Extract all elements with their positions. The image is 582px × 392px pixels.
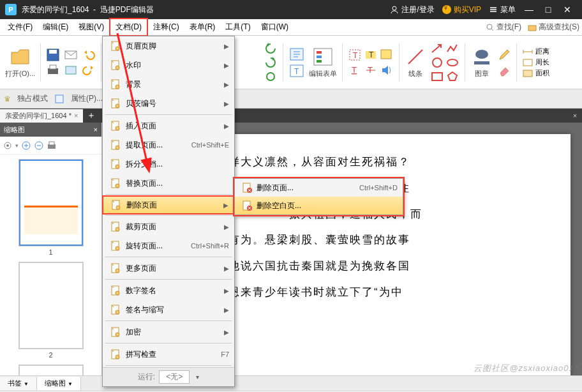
titlebar-doc-title: 亲爱的同学们_1604 - 迅捷PDF编辑器	[22, 4, 154, 15]
ellipse-icon[interactable]	[445, 56, 459, 69]
menu-item[interactable]: 替换页面...	[103, 174, 234, 193]
bookmark-tab[interactable]: 书签 ▼	[0, 377, 37, 390]
polygon-icon[interactable]	[445, 70, 459, 83]
tabbar-close[interactable]: ×	[568, 112, 582, 119]
rect-icon[interactable]	[430, 70, 444, 83]
exclusive-mode[interactable]: 独占模式	[17, 93, 48, 104]
area-tool[interactable]: 面积	[522, 68, 549, 78]
properties-link[interactable]: 属性(P)...	[71, 93, 103, 104]
thumb-page-1[interactable]	[19, 160, 83, 246]
menu-comment[interactable]: 注释(C)	[148, 19, 184, 35]
circle-icon[interactable]	[430, 56, 444, 69]
rotate-cw-icon[interactable]	[264, 56, 278, 69]
main-menu-link[interactable]: 菜单	[489, 4, 516, 15]
menu-document[interactable]: 文档(D)	[109, 18, 148, 36]
menu-item[interactable]: 签名与缩写▶	[103, 300, 234, 319]
menu-item[interactable]: 插入页面▶	[103, 116, 234, 135]
menu-item[interactable]: 数字签名▶	[103, 281, 234, 300]
save-icon[interactable]	[46, 48, 60, 62]
menu-tools[interactable]: 工具(T)	[220, 19, 255, 35]
scan-icon[interactable]	[64, 63, 78, 77]
minimize-button[interactable]: —	[519, 4, 539, 15]
menu-item[interactable]: 裁剪页面▶	[103, 217, 234, 236]
menu-item[interactable]: 拼写检查F7	[103, 345, 234, 364]
highlight-icon[interactable]: T	[348, 48, 362, 62]
menu-item-label: 数字签名	[123, 285, 221, 296]
thumbnail-tab[interactable]: 缩略图 ▼	[37, 377, 81, 390]
svg-rect-23	[381, 50, 391, 59]
buy-vip-link[interactable]: 购买VIP	[442, 4, 481, 15]
refresh-icon[interactable]	[264, 70, 278, 83]
select-text-icon[interactable]	[288, 47, 305, 62]
submenu-item[interactable]: 删除空白页...	[235, 197, 403, 215]
text-box-icon[interactable]: T	[288, 63, 305, 79]
perimeter-tool[interactable]: 周长	[522, 57, 549, 67]
menu-item[interactable]: 删除页面▶	[102, 195, 235, 215]
mail-icon[interactable]	[64, 48, 78, 62]
menu-item[interactable]: 页眉页脚▶	[103, 36, 234, 56]
underline-icon[interactable]: T	[348, 63, 362, 77]
submenu-item[interactable]: 删除页面...Ctrl+Shift+D	[235, 179, 403, 197]
print-icon[interactable]	[46, 63, 60, 77]
menu-item[interactable]: 更多页面▶	[103, 259, 234, 278]
lines-button[interactable]: 线条	[405, 46, 426, 79]
watermark: 云图社区@zsxiaoxiao010	[474, 363, 579, 374]
zoom-out-icon[interactable]	[34, 140, 44, 151]
eraser-icon[interactable]	[497, 63, 511, 77]
edit-form-button[interactable]: 编辑表单	[309, 46, 337, 79]
workspace: 缩略图× ▾ 1 2 他们为什么能够这样大义凛然，从容面对生死祸福？ 他们的心中…	[0, 123, 582, 375]
thumbnail-close[interactable]: ×	[94, 126, 98, 133]
svg-point-56	[116, 126, 119, 130]
close-button[interactable]: ✕	[558, 4, 577, 15]
text-highlight-icon[interactable]: T	[364, 48, 378, 62]
thumb-label-1: 1	[8, 248, 94, 256]
menu-item[interactable]: 拆分文档...	[103, 155, 234, 174]
stamp-button[interactable]: 图章	[470, 46, 493, 79]
undo-icon[interactable]	[82, 48, 96, 62]
tab-close-icon[interactable]: ×	[74, 112, 78, 119]
menu-item[interactable]: 贝茨编号▶	[103, 94, 234, 113]
document-tab[interactable]: 亲爱的同学们_1604 *×	[0, 109, 83, 123]
menu-view[interactable]: 视图(V)	[73, 19, 109, 35]
distance-tool[interactable]: 距离	[522, 47, 549, 56]
find-link[interactable]: 查找(F)	[486, 22, 521, 33]
rotate-group	[264, 42, 278, 83]
ribbon: 打开(O)... T 编辑表单 T T T T	[0, 36, 582, 89]
text-tools: T	[288, 47, 305, 79]
arrow-icon[interactable]	[430, 42, 444, 55]
menu-footer[interactable]: 运行:<无>▾	[103, 367, 234, 386]
thumbnail-list[interactable]: 1 2	[0, 155, 101, 375]
menu-edit[interactable]: 编辑(E)	[38, 19, 73, 35]
sound-icon[interactable]	[380, 63, 394, 77]
menu-window[interactable]: 窗口(W)	[256, 19, 294, 35]
strikethrough-icon[interactable]: T	[364, 63, 378, 77]
menu-item[interactable]: 旋转页面...Ctrl+Shift+R	[103, 236, 234, 255]
tab-add-button[interactable]: ＋	[83, 110, 100, 121]
svg-text:T: T	[353, 51, 358, 60]
thumb-page-3[interactable]	[19, 365, 83, 375]
register-login-link[interactable]: 注册/登录	[390, 4, 434, 15]
menu-item-icon	[108, 98, 123, 109]
gear-icon[interactable]	[3, 140, 13, 151]
gear-chevron-icon[interactable]: ▾	[15, 142, 19, 149]
delete-page-icon	[240, 200, 254, 211]
menu-item[interactable]: 提取页面...Ctrl+Shift+E	[103, 135, 234, 155]
zoom-in-icon[interactable]	[21, 140, 31, 151]
menu-item-icon	[108, 120, 123, 132]
note-icon[interactable]	[380, 48, 394, 62]
open-button[interactable]: 打开(O)...	[5, 46, 35, 79]
pencil-icon[interactable]	[497, 48, 511, 62]
menu-item[interactable]: 水印▶	[103, 56, 234, 75]
advanced-find-link[interactable]: 高级查找(S)	[528, 22, 579, 33]
menu-item[interactable]: 背景▶	[103, 75, 234, 94]
menu-form[interactable]: 表单(R)	[184, 19, 221, 35]
menu-file[interactable]: 文件(F)	[3, 19, 38, 35]
polyline-icon[interactable]	[445, 42, 459, 55]
redo-icon[interactable]	[82, 63, 96, 77]
thumb-print-icon[interactable]	[47, 140, 57, 151]
rotate-ccw-icon[interactable]	[264, 42, 278, 55]
menu-item[interactable]: 加密▶	[103, 322, 234, 342]
maximize-button[interactable]: □	[539, 4, 558, 15]
thumb-page-2[interactable]	[19, 262, 83, 349]
folder-open-icon	[9, 46, 32, 68]
